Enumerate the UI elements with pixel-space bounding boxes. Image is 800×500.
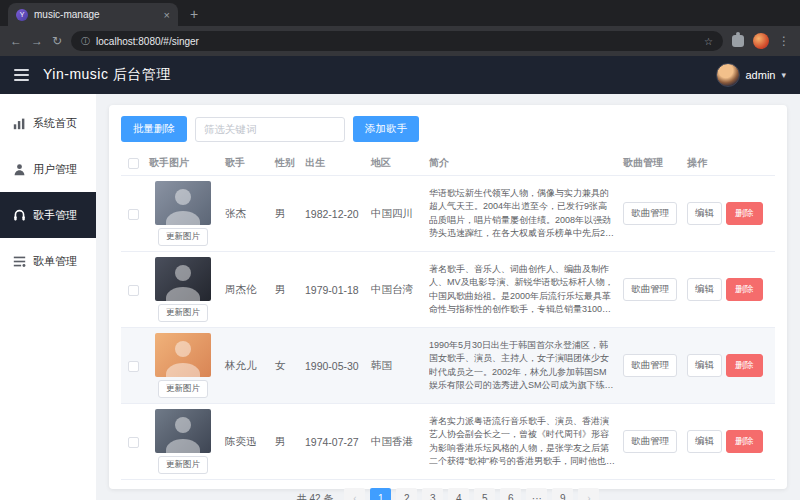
- column-header-birth: 出生: [301, 151, 367, 176]
- song-manage-button[interactable]: 歌曲管理: [623, 202, 677, 225]
- column-header-image: 歌手图片: [145, 151, 221, 176]
- tab-close-icon[interactable]: ×: [164, 9, 170, 21]
- column-header-song-manage: 歌曲管理: [619, 151, 683, 176]
- singer-bio: 华语歌坛新生代领军人物，偶像与实力兼具的超人气天王。2004年出道至今，已发行9…: [429, 187, 615, 239]
- song-manage-button[interactable]: 歌曲管理: [623, 430, 677, 453]
- update-image-button[interactable]: 更新图片: [158, 380, 208, 398]
- sidebar-item-singers[interactable]: 歌手管理: [0, 192, 96, 238]
- new-tab-button[interactable]: +: [190, 6, 198, 22]
- table-header-row: 歌手图片 歌手 性别 出生 地区 简介 歌曲管理 操作: [121, 151, 775, 176]
- column-header-gender: 性别: [271, 151, 301, 176]
- table-row: 更新图片 周杰伦 男 1979-01-18 中国台湾 著名歌手、音乐人、词曲创作…: [121, 252, 775, 328]
- edit-button[interactable]: 编辑: [687, 278, 722, 301]
- song-manage-button[interactable]: 歌曲管理: [623, 278, 677, 301]
- column-header-singer: 歌手: [221, 151, 271, 176]
- singer-photo: [155, 409, 211, 453]
- singer-birth: 1990-05-30: [301, 328, 367, 404]
- singer-region: 中国香港: [367, 404, 425, 480]
- sidebar-item-playlists[interactable]: 歌单管理: [0, 238, 96, 284]
- table-row: 更新图片 林允儿 女 1990-05-30 韩国 1990年5月30日出生于韩国…: [121, 328, 775, 404]
- sidebar-item-label: 用户管理: [33, 162, 77, 177]
- batch-delete-button[interactable]: 批量删除: [121, 116, 187, 142]
- toolbar: 批量删除 添加歌手: [121, 116, 775, 142]
- page-button-5[interactable]: 5: [474, 488, 495, 500]
- table-row: 更新图片 张杰 男 1982-12-20 中国四川 华语歌坛新生代领军人物，偶像…: [121, 176, 775, 252]
- table-row: 更新图片 陈奕迅 男 1974-07-27 中国香港 著名实力派粤语流行音乐歌手…: [121, 404, 775, 480]
- singer-name: 林允儿: [221, 328, 271, 404]
- delete-button[interactable]: 删除: [726, 202, 763, 225]
- edit-button[interactable]: 编辑: [687, 202, 722, 225]
- back-icon[interactable]: ←: [10, 35, 22, 47]
- singer-management-card: 批量删除 添加歌手 歌手图片 歌手 性别 出生 地区 简介 歌曲管理 操作: [109, 105, 787, 489]
- singer-bio: 1990年5月30日出生于韩国首尔永登浦区，韩国女歌手、演员、主持人，女子演唱团…: [429, 339, 615, 391]
- update-image-button[interactable]: 更新图片: [158, 456, 208, 474]
- sidebar: 系统首页 用户管理 歌手管理 歌单管理: [0, 94, 96, 500]
- reload-icon[interactable]: ↻: [52, 35, 62, 47]
- singer-name: 陈奕迅: [221, 404, 271, 480]
- delete-button[interactable]: 删除: [726, 354, 763, 377]
- sidebar-item-users[interactable]: 用户管理: [0, 146, 96, 192]
- update-image-button[interactable]: 更新图片: [158, 228, 208, 246]
- pagination-total: 共 42 条: [297, 492, 334, 500]
- row-checkbox[interactable]: [128, 437, 139, 448]
- page-button-1[interactable]: 1: [370, 488, 391, 500]
- singers-table: 歌手图片 歌手 性别 出生 地区 简介 歌曲管理 操作: [121, 151, 775, 480]
- row-checkbox[interactable]: [128, 209, 139, 220]
- tab-favicon-icon: Y: [16, 9, 28, 21]
- chevron-down-icon: ▾: [781, 70, 786, 80]
- browser-profile-avatar[interactable]: [753, 33, 769, 49]
- edit-button[interactable]: 编辑: [687, 354, 722, 377]
- row-checkbox[interactable]: [128, 285, 139, 296]
- singer-region: 中国台湾: [367, 252, 425, 328]
- url-bar[interactable]: ⓘ localhost:8080/#/singer ☆: [71, 31, 723, 51]
- pagination: 共 42 条 ‹ 1 2 3 4 5 6 ··· 9 ›: [121, 480, 775, 500]
- singer-birth: 1974-07-27: [301, 404, 367, 480]
- singer-gender: 男: [271, 176, 301, 252]
- add-singer-button[interactable]: 添加歌手: [353, 116, 419, 142]
- singer-gender: 女: [271, 328, 301, 404]
- sidebar-item-label: 系统首页: [33, 116, 77, 131]
- singer-icon: [13, 209, 26, 222]
- user-icon: [13, 163, 26, 176]
- extensions-icon[interactable]: [732, 35, 744, 47]
- next-page-button[interactable]: ›: [578, 488, 599, 500]
- column-header-bio: 简介: [425, 151, 619, 176]
- singer-photo: [155, 181, 211, 225]
- delete-button[interactable]: 删除: [726, 278, 763, 301]
- sidebar-item-home[interactable]: 系统首页: [0, 100, 96, 146]
- row-checkbox[interactable]: [128, 361, 139, 372]
- update-image-button[interactable]: 更新图片: [158, 304, 208, 322]
- column-header-region: 地区: [367, 151, 425, 176]
- user-menu[interactable]: admin ▾: [716, 63, 787, 87]
- edit-button[interactable]: 编辑: [687, 430, 722, 453]
- main-content: 批量删除 添加歌手 歌手图片 歌手 性别 出生 地区 简介 歌曲管理 操作: [96, 94, 800, 500]
- browser-address-bar: ← → ↻ ⓘ localhost:8080/#/singer ☆ ⋮: [0, 26, 800, 56]
- delete-button[interactable]: 删除: [726, 430, 763, 453]
- prev-page-button[interactable]: ‹: [344, 488, 365, 500]
- singer-gender: 男: [271, 252, 301, 328]
- singer-bio: 著名实力派粤语流行音乐歌手、演员、香港演艺人协会副会长之一，曾被《时代周刊》形容…: [429, 415, 615, 467]
- select-all-checkbox[interactable]: [128, 158, 139, 169]
- filter-keyword-input[interactable]: [195, 117, 345, 142]
- singer-birth: 1982-12-20: [301, 176, 367, 252]
- hamburger-menu-icon[interactable]: [14, 66, 29, 84]
- singer-region: 韩国: [367, 328, 425, 404]
- playlist-icon: [13, 255, 26, 268]
- forward-icon[interactable]: →: [31, 35, 43, 47]
- page-button-4[interactable]: 4: [448, 488, 469, 500]
- singer-photo: [155, 333, 211, 377]
- site-info-icon[interactable]: ⓘ: [81, 35, 90, 48]
- bookmark-star-icon[interactable]: ☆: [704, 36, 713, 47]
- page-button-2[interactable]: 2: [396, 488, 417, 500]
- more-pages-button[interactable]: ···: [526, 488, 547, 500]
- song-manage-button[interactable]: 歌曲管理: [623, 354, 677, 377]
- singer-gender: 男: [271, 404, 301, 480]
- singer-name: 周杰伦: [221, 252, 271, 328]
- tab-title: music-manage: [34, 9, 100, 20]
- singer-name: 张杰: [221, 176, 271, 252]
- page-button-6[interactable]: 6: [500, 488, 521, 500]
- page-button-3[interactable]: 3: [422, 488, 443, 500]
- page-button-9[interactable]: 9: [552, 488, 573, 500]
- browser-tab[interactable]: Y music-manage ×: [8, 3, 178, 26]
- browser-menu-icon[interactable]: ⋮: [778, 35, 790, 47]
